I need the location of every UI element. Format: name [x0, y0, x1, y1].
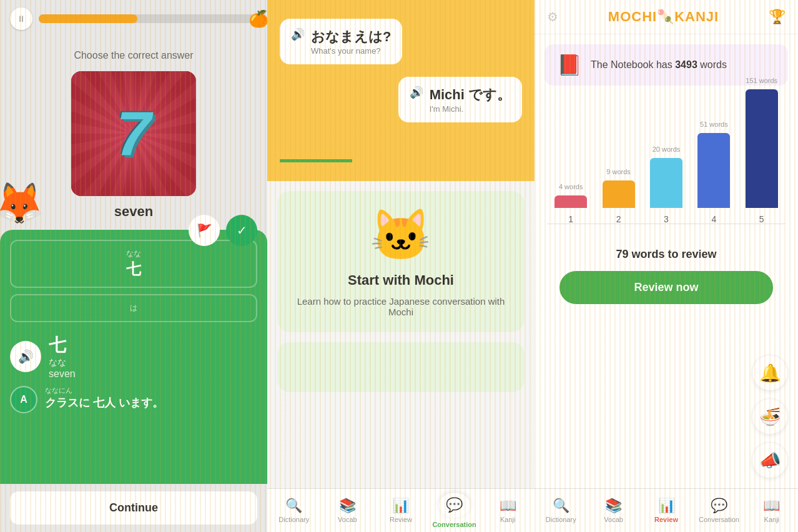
r-nav-label-review: Review [654, 516, 678, 523]
chart-bar-1: 4 words 1 [554, 195, 587, 224]
right-nav-vocab[interactable]: 📚 Vocab [587, 489, 639, 532]
answer-image-card: 7 [71, 71, 196, 196]
sound-button[interactable]: 🔊 [10, 341, 41, 372]
nav-label-conversation: Conversation [432, 521, 476, 528]
bar-3 [650, 158, 682, 208]
example-text: ななにん クラスに 七人 います。 [45, 386, 164, 410]
answer-area: 🚩 ✓ なな 七 は 🦊 🔊 七 なな seven [0, 230, 267, 484]
bar-x-2: 2 [616, 214, 621, 224]
example-row: A ななにん クラスに 七人 います。 [10, 386, 257, 413]
second-card-placeholder[interactable] [277, 342, 525, 392]
image-label: seven [114, 204, 153, 220]
r-nav-label-dictionary: Dictionary [546, 516, 576, 523]
bar-2 [603, 180, 635, 208]
nav-label-kanji: Kanji [500, 516, 515, 523]
right-header: ⚙ MOCHI🍡KANJI 🏆 [534, 0, 798, 34]
answer-option-1[interactable]: なな 七 [10, 240, 257, 288]
answer-option-2[interactable]: は [10, 294, 257, 322]
review-now-button[interactable]: Review now [559, 271, 773, 304]
r-nav-label-vocab: Vocab [604, 516, 623, 523]
right-nav-dictionary[interactable]: 🔍 Dictionary [534, 489, 587, 532]
right-panel: ⚙ MOCHI🍡KANJI 🏆 📕 The Notebook has 3493 … [534, 0, 798, 532]
r-nav-label-kanji: Kanji [764, 516, 779, 523]
mochi-icon: 🐱 [370, 207, 432, 263]
speech-bubble-answer: 🔊 Michi です。 I'm Michi. [398, 77, 522, 122]
progress-bar: 🍊 [39, 14, 257, 23]
pause-button[interactable]: ⏸ [10, 7, 32, 30]
conversation-active-indicator: 💬 [439, 493, 470, 518]
r-vocab-icon: 📚 [605, 498, 622, 514]
right-nav-conversation[interactable]: 💬 Conversation [692, 489, 745, 532]
notebook-icon: 📕 [557, 53, 582, 77]
nav-label-dictionary: Dictionary [278, 516, 309, 523]
r-dictionary-icon: 🔍 [553, 498, 569, 514]
start-card-desc: Learn how to practice Japanese conversat… [292, 296, 510, 317]
sidebar-icons: 🔔 🍜 📣 [534, 345, 798, 488]
nav-item-kanji[interactable]: 📖 Kanji [481, 489, 534, 532]
bubble-content-1: おなまえは? What's your name? [311, 27, 391, 56]
megaphone-button[interactable]: 📣 [752, 442, 788, 478]
mochi-illustration: 🐱 [370, 206, 432, 265]
vocab-icon: 📚 [339, 498, 356, 514]
nav-label-vocab: Vocab [338, 516, 357, 523]
bowl-button[interactable]: 🍜 [752, 398, 788, 435]
sound-ruby: なな [49, 357, 76, 368]
bar-5 [746, 89, 778, 208]
bar-x-5: 5 [759, 214, 764, 224]
nav-label-review: Review [390, 516, 412, 523]
r-kanji-icon: 📖 [763, 498, 780, 514]
settings-icon[interactable]: ⚙ [547, 9, 558, 24]
right-nav-kanji[interactable]: 📖 Kanji [746, 489, 798, 532]
bubble-sound-icon-1[interactable]: 🔊 [291, 27, 305, 41]
nav-item-vocab[interactable]: 📚 Vocab [321, 489, 375, 532]
notebook-text: The Notebook has 3493 words [591, 59, 727, 71]
megaphone-icon: 📣 [759, 450, 781, 471]
conversation-icon: 💬 [446, 497, 463, 513]
check-icon: ✓ [237, 223, 247, 238]
r-nav-label-conversation: Conversation [699, 516, 739, 523]
nav-item-review[interactable]: 📊 Review [374, 489, 428, 532]
example-ruby: ななにん [45, 386, 164, 395]
answer-option2-ruby: は [21, 303, 246, 313]
notification-icon: 🔔 [759, 363, 781, 383]
bubble-en-1: What's your name? [311, 46, 391, 56]
bubble-jp-1: おなまえは? [311, 27, 391, 46]
answer-detail: 🔊 七 なな seven A ななにん クラスに 七人 います。 [10, 333, 257, 413]
logo-mochi: MOCHI [608, 9, 657, 24]
check-button[interactable]: ✓ [226, 215, 257, 246]
continue-button[interactable]: Continue [10, 491, 257, 525]
right-bottom-nav: 🔍 Dictionary 📚 Vocab 📊 Review 💬 Conversa… [534, 488, 798, 532]
answer-kanji: 七 [21, 259, 246, 279]
notification-button[interactable]: 🔔 [752, 355, 788, 391]
bar-1 [554, 195, 587, 208]
sound-row: 🔊 七 なな seven [10, 333, 257, 380]
bar-label-4: 51 words [700, 121, 728, 128]
bubble-content-2: Michi です。 I'm Michi. [430, 86, 511, 114]
right-nav-review[interactable]: 📊 Review [640, 489, 692, 532]
nav-item-dictionary[interactable]: 🔍 Dictionary [267, 489, 321, 532]
bar-4 [697, 133, 730, 208]
review-count: 79 words to review [547, 248, 786, 261]
bubble-sound-icon-2[interactable]: 🔊 [410, 86, 423, 99]
logo-kanji: KANJI [674, 9, 719, 24]
chart-section: 4 words 1 9 words 2 20 words 3 51 words … [534, 96, 798, 340]
middle-bottom-nav: 🔍 Dictionary 📚 Vocab 📊 Review 💬 Conversa… [267, 488, 534, 532]
sound-icon: 🔊 [18, 349, 34, 364]
trophy-icon[interactable]: 🏆 [769, 9, 786, 25]
flag-button[interactable]: 🚩 [189, 215, 220, 246]
logo-emoji: 🍡 [657, 9, 674, 24]
word-chart: 4 words 1 9 words 2 20 words 3 51 words … [547, 106, 786, 243]
nav-item-conversation[interactable]: 💬 Conversation [428, 489, 481, 532]
sound-kanji: 七 [49, 333, 76, 357]
sound-text: 七 なな seven [49, 333, 76, 380]
bubble-jp-2: Michi です。 [430, 86, 511, 104]
pause-icon: ⏸ [17, 14, 26, 24]
start-with-mochi-card[interactable]: 🐱 Start with Mochi Learn how to practice… [277, 191, 525, 332]
app-logo: MOCHI🍡KANJI [608, 9, 719, 25]
speech-bubble-question: 🔊 おなまえは? What's your name? [280, 19, 402, 64]
action-buttons: 🚩 ✓ [189, 215, 257, 246]
flag-icon: 🚩 [197, 223, 212, 238]
bubble-en-2: I'm Michi. [430, 104, 511, 114]
mascot-left: 🦊 [0, 180, 44, 227]
bar-x-1: 1 [568, 214, 573, 224]
